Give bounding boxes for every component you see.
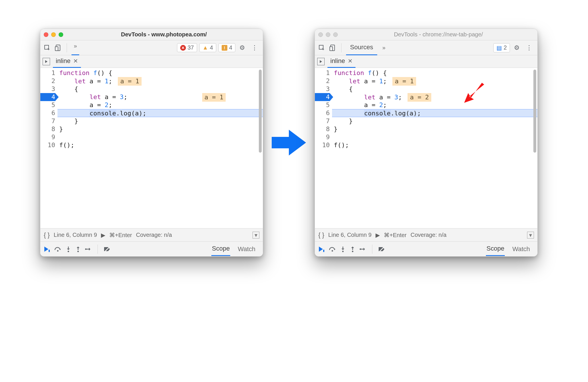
code-line[interactable]: let a = 3;a = 2 (332, 93, 537, 101)
code-line[interactable]: let a = 1;a = 1 (57, 77, 263, 85)
tab-sources[interactable]: Sources (346, 40, 377, 55)
svg-point-7 (85, 248, 87, 250)
line-number[interactable]: 10 (40, 141, 55, 149)
inspect-icon[interactable] (43, 44, 51, 52)
file-tab-inline[interactable]: inline ✕ (53, 55, 81, 68)
zoom-icon[interactable] (59, 32, 63, 37)
message-count-chip[interactable]: ▤2 (493, 43, 510, 52)
zoom-icon[interactable] (333, 32, 338, 37)
step-icon[interactable] (85, 246, 92, 252)
pretty-print-icon[interactable]: { } (44, 231, 50, 239)
line-number[interactable]: 9 (40, 133, 55, 141)
code-content[interactable]: function f() { let a = 1;a = 1 { let a =… (57, 68, 263, 228)
more-tabs-icon[interactable]: » (71, 40, 79, 55)
error-count-chip[interactable]: ✕37 (177, 43, 197, 52)
code-line[interactable]: } (332, 125, 537, 133)
scrollbar[interactable] (533, 70, 536, 153)
step-out-icon[interactable] (350, 246, 355, 252)
code-content[interactable]: function f() { let a = 1;a = 1 { let a =… (332, 68, 537, 228)
line-number[interactable]: 8 (40, 125, 55, 133)
minimize-icon[interactable] (51, 32, 56, 37)
line-number[interactable]: 5 (315, 101, 330, 109)
run-snippet-icon[interactable]: ▶ (101, 232, 105, 239)
line-gutter[interactable]: 12345678910 (40, 68, 57, 228)
step-icon[interactable] (359, 246, 366, 252)
deactivate-breakpoints-icon[interactable] (104, 246, 111, 252)
code-line[interactable] (332, 133, 537, 141)
line-number[interactable]: 4 (315, 93, 330, 101)
navigator-toggle-icon[interactable] (317, 58, 325, 65)
code-editor[interactable]: 12345678910 function f() { let a = 1;a =… (40, 68, 263, 228)
line-number[interactable]: 6 (315, 109, 330, 117)
svg-point-4 (57, 250, 59, 251)
issue-count-chip[interactable]: !4 (218, 43, 235, 52)
code-line[interactable]: function f() { (332, 69, 537, 77)
code-line[interactable]: { (332, 85, 537, 93)
settings-icon[interactable]: ⚙ (238, 44, 247, 52)
dropdown-icon[interactable]: ▾ (253, 232, 259, 239)
close-icon[interactable] (318, 32, 323, 37)
resume-icon[interactable] (318, 246, 325, 253)
line-number[interactable]: 6 (40, 109, 55, 117)
close-tab-icon[interactable]: ✕ (348, 58, 353, 64)
pretty-print-icon[interactable]: { } (318, 231, 324, 239)
close-tab-icon[interactable]: ✕ (73, 58, 78, 64)
code-line[interactable]: f(); (57, 141, 263, 149)
device-toggle-icon[interactable] (329, 44, 337, 52)
line-number[interactable]: 5 (40, 101, 55, 109)
line-number[interactable]: 3 (40, 85, 55, 93)
inspect-icon[interactable] (318, 44, 326, 52)
step-out-icon[interactable] (75, 246, 81, 252)
step-over-icon[interactable] (329, 246, 336, 252)
code-editor[interactable]: 12345678910 function f() { let a = 1;a =… (315, 68, 537, 228)
minimize-icon[interactable] (326, 32, 330, 37)
step-into-icon[interactable] (65, 246, 71, 252)
code-line[interactable]: f(); (332, 141, 537, 149)
code-line[interactable]: console.log(a); (332, 109, 537, 117)
line-number[interactable]: 3 (315, 85, 330, 93)
menu-icon[interactable]: ⋮ (249, 44, 260, 52)
code-line[interactable]: a = 2; (332, 101, 537, 109)
warning-count-chip[interactable]: ▲4 (199, 43, 216, 52)
tab-scope[interactable]: Scope (211, 242, 230, 256)
line-number[interactable]: 1 (40, 69, 55, 77)
step-over-icon[interactable] (54, 246, 61, 252)
code-line[interactable]: { (57, 85, 263, 93)
line-number[interactable]: 4 (40, 93, 55, 101)
tab-watch[interactable]: Watch (237, 243, 256, 256)
menu-icon[interactable]: ⋮ (524, 44, 535, 52)
code-line[interactable]: let a = 3;a = 1 (57, 93, 263, 101)
deactivate-breakpoints-icon[interactable] (378, 246, 386, 252)
line-number[interactable]: 7 (40, 117, 55, 125)
code-line[interactable] (57, 133, 263, 141)
code-line[interactable]: a = 2; (57, 101, 263, 109)
tab-scope[interactable]: Scope (486, 242, 505, 256)
code-line[interactable]: function f() { (57, 69, 263, 77)
code-line[interactable]: } (332, 117, 537, 125)
run-snippet-icon[interactable]: ▶ (376, 232, 380, 239)
line-number[interactable]: 10 (315, 141, 330, 149)
line-number[interactable]: 1 (315, 69, 330, 77)
code-line[interactable]: console.log(a); (57, 109, 263, 117)
settings-icon[interactable]: ⚙ (512, 44, 521, 52)
code-line[interactable]: } (57, 117, 263, 125)
issue-count: 4 (229, 44, 232, 51)
code-line[interactable]: let a = 1;a = 1 (332, 77, 537, 85)
dropdown-icon[interactable]: ▾ (527, 232, 534, 239)
line-number[interactable]: 7 (315, 117, 330, 125)
device-toggle-icon[interactable] (54, 44, 62, 52)
tab-watch[interactable]: Watch (512, 243, 531, 256)
scrollbar[interactable] (259, 70, 262, 153)
step-into-icon[interactable] (340, 246, 346, 252)
more-tabs-icon[interactable]: » (380, 44, 388, 51)
line-number[interactable]: 9 (315, 133, 330, 141)
line-number[interactable]: 8 (315, 125, 330, 133)
line-gutter[interactable]: 12345678910 (315, 68, 332, 228)
close-icon[interactable] (44, 32, 48, 37)
line-number[interactable]: 2 (315, 77, 330, 85)
navigator-toggle-icon[interactable] (43, 58, 50, 65)
file-tab-inline[interactable]: inline ✕ (327, 55, 355, 68)
resume-icon[interactable] (43, 246, 50, 253)
code-line[interactable]: } (57, 125, 263, 133)
line-number[interactable]: 2 (40, 77, 55, 85)
